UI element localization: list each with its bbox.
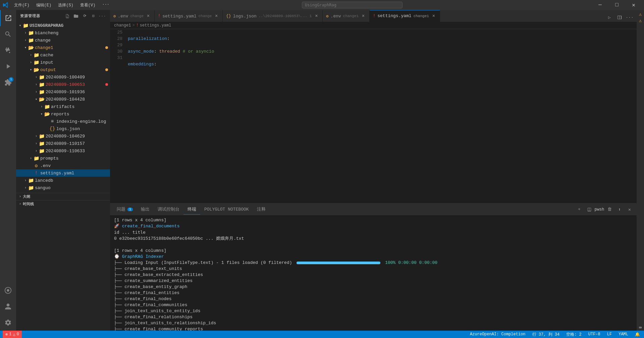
status-lang[interactable]: YAML [617, 332, 630, 337]
search-input[interactable] [302, 2, 402, 8]
tree-label: prompts [40, 156, 110, 161]
tab-close-button[interactable]: × [361, 13, 366, 19]
sidebar-item-reports[interactable]: ▾ 📂 reports [16, 110, 110, 118]
activity-extensions[interactable]: 1 [0, 74, 16, 91]
sidebar-item-cache[interactable]: › 📁 cache [16, 51, 110, 59]
status-errors[interactable]: ⊗ 1 △ 0 [3, 331, 22, 338]
folder-open-icon: 📂 [44, 111, 50, 117]
tree-root[interactable]: ▾ 📁 USINGGRAPHRAG [16, 22, 110, 29]
line-numbers: 25 28 29 30 31 [110, 29, 125, 203]
chevron-down-icon: ▾ [39, 111, 44, 117]
menu-edit[interactable]: 编辑(E) [34, 2, 54, 9]
sidebar-item-change[interactable]: › 📁 change [16, 37, 110, 44]
status-eol[interactable]: LF [606, 332, 613, 337]
file-json-icon: {} [226, 14, 231, 18]
code-editor[interactable]: 25 28 29 30 31 parallelization: async_mo… [110, 29, 637, 203]
activity-account[interactable] [0, 298, 16, 315]
panel-tab-debug[interactable]: 调试控制台 [154, 204, 183, 215]
close-panel-button[interactable]: ✕ [625, 205, 634, 214]
terminal-line: ├── create_final_community_reports [114, 326, 633, 331]
terminal-line: ├── create_final_relationships [114, 314, 633, 320]
tab-settings-change1[interactable]: ! settings.yaml change1 × [370, 10, 440, 22]
tab-env-change1[interactable]: ⚙ .env change1 × [323, 10, 370, 22]
tab-settings-change[interactable]: ! settings.yaml change × [155, 10, 223, 22]
maximize-button[interactable]: □ [609, 0, 625, 10]
panel-tab-terminal[interactable]: 终端 [183, 204, 200, 215]
collapse-button[interactable]: ⊟ [90, 12, 97, 20]
menu-select[interactable]: 选择(S) [55, 2, 76, 9]
sidebar-item-110157[interactable]: › 📁 20240809-110157 [16, 140, 110, 147]
sidebar-section-timeline[interactable]: › 时间线 [16, 200, 110, 208]
sidebar-item-prompts[interactable]: › 📁 prompts [16, 155, 110, 162]
sidebar-item-100409[interactable]: › 📁 20240809-100409 [16, 73, 110, 81]
minimize-button[interactable]: ─ [592, 0, 608, 10]
warning-icon-2: ⚠ [639, 18, 642, 23]
status-spaces[interactable]: 空格: 2 [565, 332, 583, 337]
sidebar-item-sanguo[interactable]: › 📁 sanguo [16, 184, 110, 191]
titlebar: 文件(F) 编辑(E) 选择(S) 查看(V) ··· ─ □ ✕ [0, 0, 644, 10]
chevron-down-icon: ▾ [28, 67, 34, 72]
maximize-panel-button[interactable]: ⬆ [615, 205, 624, 214]
new-folder-button[interactable] [72, 12, 80, 20]
tab-close-button[interactable]: × [214, 13, 219, 19]
refresh-button[interactable]: ⟳ [81, 12, 89, 20]
sidebar-item-output[interactable]: ▾ 📂 output [16, 66, 110, 73]
status-line-col[interactable]: 行 37, 列 34 [531, 332, 561, 337]
sidebar-item-log[interactable]: › ≡ indexing-engine.log [16, 118, 110, 125]
activity-remote[interactable] [0, 282, 16, 298]
menu-more[interactable]: ··· [99, 2, 112, 9]
breadcrumb-part[interactable]: change1 [114, 23, 131, 28]
sidebar-item-110633[interactable]: › 📁 20240809-110633 [16, 147, 110, 155]
close-button[interactable]: ✕ [626, 0, 641, 10]
sidebar-item-biancheng[interactable]: › 📁 biancheng [16, 29, 110, 37]
new-terminal-button[interactable]: + [575, 205, 584, 214]
tab-close-button[interactable]: × [146, 13, 151, 19]
activity-run[interactable] [0, 58, 16, 74]
modified-dot [105, 68, 108, 71]
folder-closed-icon: 📁 [39, 148, 44, 154]
split-editor-button[interactable] [615, 13, 624, 22]
sidebar-item-change1[interactable]: ▾ 📂 change1 [16, 44, 110, 51]
sidebar-item-settings-yaml[interactable]: › ! settings.yaml [16, 169, 110, 177]
new-file-button[interactable] [64, 12, 71, 20]
file-json-icon: {} [50, 126, 55, 131]
tab-logs-json[interactable]: {} logs.json ..\20240809-100653\... 1 × [223, 10, 323, 22]
status-azure[interactable]: AzureOpenAI: Completion [469, 332, 527, 337]
activity-explorer[interactable] [0, 10, 16, 26]
sidebar-item-input[interactable]: › 📁 input [16, 59, 110, 66]
tab-sublabel: change1 [343, 14, 359, 18]
tab-close-button[interactable]: × [314, 13, 319, 19]
sidebar-item-env[interactable]: › ⚙ .env [16, 162, 110, 169]
sidebar-section-outline[interactable]: › 大纲 [16, 193, 110, 200]
folder-open-icon: 📂 [34, 67, 39, 72]
terminal-line: ├── Loading Input (InputFileType.text) -… [114, 260, 633, 266]
menu-view[interactable]: 查看(V) [77, 2, 98, 9]
panel-tab-polyglot[interactable]: POLYGLOT NOTEBOOK [200, 205, 253, 214]
status-encoding[interactable]: UTF-8 [587, 332, 602, 337]
more-actions-button[interactable]: ··· [625, 13, 634, 22]
split-terminal-button[interactable] [585, 205, 594, 214]
kill-terminal-button[interactable]: 🗑 [605, 205, 614, 214]
menu-file[interactable]: 文件(F) [11, 2, 32, 9]
breadcrumb-file[interactable]: settings.yaml [140, 23, 171, 28]
tab-close-button[interactable]: × [431, 13, 436, 19]
status-bell[interactable]: 🔔 [634, 332, 641, 337]
sidebar-item-104629[interactable]: › 📁 20240809-104629 [16, 132, 110, 140]
panel-tab-comments[interactable]: 注释 [253, 204, 270, 215]
sidebar-item-artifacts[interactable]: › 📁 artifacts [16, 103, 110, 110]
activity-search[interactable] [0, 26, 16, 42]
sidebar-item-101936[interactable]: › 📁 20240809-101936 [16, 88, 110, 96]
panel-tab-problems[interactable]: 问题 1 [113, 204, 137, 215]
run-button[interactable]: ▷ [605, 13, 614, 22]
sidebar-item-104428[interactable]: ▾ 📂 20240809-104428 [16, 96, 110, 103]
sidebar-item-lancedb[interactable]: › 📁 lancedb [16, 177, 110, 184]
terminal-content[interactable]: [1 rows x 4 columns] 🚀 create_final_docu… [110, 215, 637, 331]
activity-source-control[interactable] [0, 42, 16, 58]
activity-settings[interactable] [0, 315, 16, 331]
panel-tab-output[interactable]: 输出 [137, 204, 154, 215]
sidebar-item-logs-json[interactable]: › {} logs.json [16, 125, 110, 132]
main-layout: 1 资源管理器 ⟳ ⊟ ··· [0, 10, 644, 331]
tab-env-change[interactable]: ⚙ .env change × [110, 10, 155, 22]
more-button[interactable]: ··· [99, 12, 106, 20]
sidebar-item-100653[interactable]: › 📁 20240809-100653 [16, 81, 110, 88]
